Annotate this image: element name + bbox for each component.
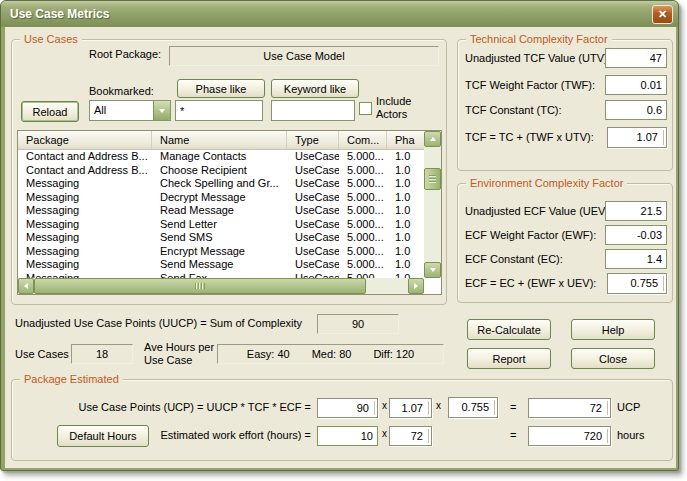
table-cell: Manage Contacts <box>152 150 287 164</box>
phase-filter-input[interactable] <box>175 100 263 121</box>
scroll-up-button[interactable] <box>424 131 441 147</box>
utv-input[interactable] <box>605 48 667 68</box>
uev-input[interactable] <box>605 201 667 221</box>
table-cell: 1.0 <box>387 245 424 259</box>
column-header-name[interactable]: Name <box>152 131 287 150</box>
close-action-button[interactable]: Close <box>571 348 655 369</box>
table-cell: 5.000... <box>339 245 387 259</box>
table-row[interactable]: MessagingEncrypt MessageUseCase5.000...1… <box>18 245 424 259</box>
table-cell: 5.000... <box>339 231 387 245</box>
twf-input[interactable] <box>605 75 667 95</box>
table-cell: Messaging <box>18 245 152 259</box>
default-hours-button[interactable]: Default Hours <box>57 425 149 447</box>
table-cell: 1.0 <box>387 177 424 191</box>
table-cell: Messaging <box>18 177 152 191</box>
times-operator-1: x <box>382 400 387 411</box>
uucp-field: 90 <box>317 314 399 334</box>
keyword-like-button[interactable]: Keyword like <box>271 79 359 98</box>
table-cell: UseCase <box>287 177 339 191</box>
column-header-complexity[interactable]: Com... <box>339 131 387 150</box>
table-cell: UseCase <box>287 204 339 218</box>
reload-button[interactable]: Reload <box>21 101 79 122</box>
tc-label: TCF Constant (TC): <box>465 104 562 116</box>
ecf-result-field: 0.755 <box>607 273 667 294</box>
column-header-type[interactable]: Type <box>287 131 339 150</box>
table-row[interactable]: MessagingSend MessageUseCase5.000...1.0 <box>18 258 424 272</box>
table-cell: Decrypt Message <box>152 191 287 205</box>
window-title: Use Case Metrics <box>10 7 109 21</box>
report-button[interactable]: Report <box>467 348 551 369</box>
ewf-label: ECF Weight Factor (EWF): <box>465 229 596 241</box>
package-estimated-caption: Package Estimated <box>20 373 123 385</box>
table-cell: Choose Recipient <box>152 164 287 178</box>
ecf-caption: Environment Complexity Factor <box>466 177 627 189</box>
combo-dropdown-button[interactable] <box>153 101 170 120</box>
ec-input[interactable] <box>605 249 667 269</box>
table-cell: Send Letter <box>152 218 287 232</box>
horizontal-scroll-thumb[interactable] <box>34 278 366 294</box>
ucp-unit-label: UCP <box>617 401 640 413</box>
utv-label: Unadjusted TCF Value (UTV): <box>465 52 611 64</box>
table-cell: Encrypt Message <box>152 245 287 259</box>
vertical-scroll-thumb[interactable] <box>424 168 441 190</box>
recalculate-button[interactable]: Re-Calculate <box>467 319 551 340</box>
equals-operator-2: = <box>510 429 516 441</box>
effort-formula-label: Estimated work effort (hours) = <box>155 429 311 441</box>
table-cell: 1.0 <box>387 191 424 205</box>
column-header-package[interactable]: Package <box>18 131 152 150</box>
table-cell: UseCase <box>287 164 339 178</box>
scroll-left-button[interactable] <box>18 278 34 294</box>
help-button[interactable]: Help <box>571 319 655 340</box>
times-operator-3: x <box>382 428 387 439</box>
tcf-calc-field: 1.07 <box>389 398 432 418</box>
twf-label: TCF Weight Factor (TWF): <box>465 79 595 91</box>
table-row[interactable]: MessagingDecrypt MessageUseCase5.000...1… <box>18 191 424 205</box>
include-actors-label: Include Actors <box>376 95 428 121</box>
easy-hours: Easy: 40 <box>247 348 290 360</box>
scroll-right-button[interactable] <box>408 278 424 294</box>
tcf-result-field: 1.07 <box>607 127 667 148</box>
table-row[interactable]: MessagingRead MessageUseCase5.000...1.0 <box>18 204 424 218</box>
close-button[interactable]: ✕ <box>652 5 673 24</box>
table-row[interactable]: MessagingSend SMSUseCase5.000...1.0 <box>18 231 424 245</box>
table-row[interactable]: MessagingSend LetterUseCase5.000...1.0 <box>18 218 424 232</box>
uucp-label: Unadjusted Use Case Points (UUCP) = Sum … <box>15 317 302 329</box>
bookmarked-select[interactable]: All <box>89 100 171 121</box>
table-row[interactable]: MessagingCheck Spelling and Gr...UseCase… <box>18 177 424 191</box>
hours-per-point-input[interactable] <box>317 426 378 446</box>
bookmarked-label: Bookmarked: <box>89 85 154 97</box>
table-cell: Messaging <box>18 191 152 205</box>
ewf-input[interactable] <box>605 225 667 245</box>
table-cell: Check Spelling and Gr... <box>152 177 287 191</box>
times-operator-2: x <box>436 400 441 411</box>
scroll-down-button[interactable] <box>424 262 441 278</box>
uucp-calc-field: 90 <box>317 398 378 418</box>
root-package-label: Root Package: <box>89 48 161 60</box>
table-cell: 1.0 <box>387 204 424 218</box>
ucp-points-field: 72 <box>389 426 432 446</box>
med-hours: Med: 80 <box>312 348 352 360</box>
table-row[interactable]: Contact and Address B...Choose Recipient… <box>18 164 424 178</box>
column-header-phase[interactable]: Pha <box>387 131 424 150</box>
use-cases-count-label: Use Cases <box>15 348 69 360</box>
effort-result-field: 720 <box>528 426 611 446</box>
tc-input[interactable] <box>605 100 667 120</box>
vertical-scrollbar[interactable] <box>424 131 441 278</box>
use-case-table-body: Contact and Address B...Manage ContactsU… <box>18 150 424 278</box>
table-cell: UseCase <box>287 258 339 272</box>
phase-like-button[interactable]: Phase like <box>177 79 265 98</box>
ecf-result-label: ECF = EC + (EWF x UEV): <box>465 277 596 289</box>
arrow-right-icon <box>414 283 418 289</box>
table-cell: 5.000... <box>339 258 387 272</box>
table-cell: Read Message <box>152 204 287 218</box>
title-bar[interactable]: Use Case Metrics ✕ <box>1 1 678 27</box>
keyword-filter-input[interactable] <box>271 100 355 121</box>
root-package-field: Use Case Model <box>169 46 439 66</box>
ave-hours-label: Ave Hours per Use Case <box>144 341 224 367</box>
table-cell: 1.0 <box>387 218 424 232</box>
table-cell: 5.000... <box>339 191 387 205</box>
include-actors-checkbox[interactable] <box>359 102 372 115</box>
table-cell: 5.000... <box>339 204 387 218</box>
horizontal-scrollbar[interactable] <box>18 278 424 294</box>
table-row[interactable]: Contact and Address B...Manage ContactsU… <box>18 150 424 164</box>
